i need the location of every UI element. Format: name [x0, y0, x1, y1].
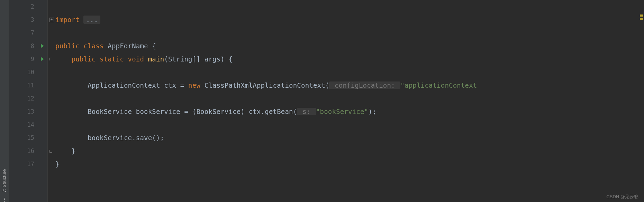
structure-tool-window-button[interactable]: 7: Structure: [2, 166, 7, 195]
code-area[interactable]: import ... public class AppForName { pub…: [55, 0, 638, 202]
code-editor[interactable]: 2 3 7 8 9 10 11 12 13 14 15 16 17 +: [9, 0, 644, 202]
code-line: }: [55, 157, 638, 171]
code-line: [55, 26, 638, 39]
type: ApplicationContext: [88, 81, 164, 89]
code-line: public static void main(String[] args) {: [55, 52, 638, 66]
code-line: }: [55, 144, 638, 157]
fold-end-icon[interactable]: [49, 149, 54, 153]
variable: bookService: [136, 108, 184, 115]
run-icon[interactable]: [40, 44, 45, 48]
method-name: main: [148, 55, 164, 63]
signature: (String[] args) {: [164, 55, 233, 63]
code-line: [55, 92, 638, 105]
string: "bookService": [316, 108, 368, 115]
brace: }: [72, 147, 76, 155]
line-number: 15: [9, 131, 47, 144]
line-number: 17: [9, 157, 47, 171]
brace: }: [55, 160, 60, 168]
fold-collapse-icon[interactable]: [49, 57, 54, 61]
warning-marker[interactable]: [640, 18, 643, 20]
code-line: ApplicationContext ctx = new ClassPathXm…: [55, 79, 638, 92]
parameter-hint: configLocation:: [329, 81, 400, 89]
line-number: 7: [9, 26, 47, 39]
fold-expand-icon[interactable]: +: [49, 18, 54, 22]
statement: bookService.save();: [88, 134, 164, 142]
code-line: BookService bookService = (BookService) …: [55, 105, 638, 118]
gutter: 2 3 7 8 9 10 11 12 13 14 15 16 17: [9, 0, 48, 202]
line-number: 11: [9, 79, 47, 92]
line-number: 2: [9, 0, 47, 13]
type: BookService: [88, 108, 136, 115]
line-number-text: 8: [31, 42, 34, 49]
variable: ctx: [164, 81, 180, 89]
tool-window-bar: 7: Structure ⋮: [0, 0, 9, 202]
code-line: [55, 66, 638, 79]
type: BookService: [196, 108, 241, 115]
keyword: public class: [55, 42, 108, 50]
tool-window-more-icon[interactable]: ⋮: [2, 197, 7, 202]
line-number: 3: [9, 13, 47, 26]
line-number: 16: [9, 144, 47, 157]
line-number: 10: [9, 66, 47, 79]
code-line: public class AppForName {: [55, 39, 638, 52]
line-number-text: 9: [31, 56, 34, 62]
parameter-hint: s:: [297, 108, 316, 115]
fold-column: +: [48, 0, 55, 202]
line-number: 13: [9, 105, 47, 118]
run-icon[interactable]: [40, 57, 45, 61]
type: AppForName: [108, 42, 152, 50]
collapsed-imports[interactable]: ...: [83, 16, 100, 24]
line-number: 12: [9, 92, 47, 105]
keyword: import: [55, 16, 83, 23]
keyword: void: [128, 55, 148, 63]
code-line: bookService.save();: [55, 131, 638, 144]
keyword: new: [188, 81, 205, 89]
watermark: CSDN @见云彩: [606, 194, 638, 200]
error-stripe[interactable]: [639, 0, 644, 202]
string: "applicationContext: [400, 81, 477, 89]
line-number: 14: [9, 118, 47, 131]
type: ClassPathXmlApplicationContext(: [205, 81, 329, 89]
code-line: [55, 118, 638, 131]
warning-marker[interactable]: [640, 15, 643, 17]
line-number: 9: [9, 52, 47, 66]
brace: {: [152, 42, 156, 50]
code-line: import ...: [55, 13, 638, 26]
line-number: 8: [9, 39, 47, 52]
code-line: [55, 0, 638, 13]
keyword: public static: [72, 55, 128, 63]
